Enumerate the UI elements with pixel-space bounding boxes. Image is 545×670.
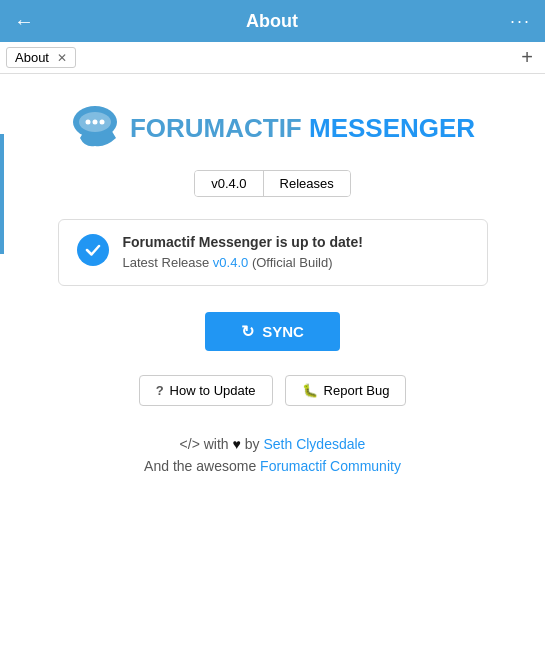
logo-forum: FORUM [130,113,225,143]
help-icon: ? [156,383,164,398]
action-buttons: ? How to Update 🐛 Report Bug [139,375,407,406]
svg-point-3 [92,120,97,125]
sync-label: SYNC [262,323,304,340]
back-button[interactable]: ← [14,10,34,33]
logo-actif: ACTIF [225,113,302,143]
footer-with: with [204,436,233,452]
add-tab-button[interactable]: + [515,46,539,69]
how-to-update-button[interactable]: ? How to Update [139,375,273,406]
logo-icon [70,104,120,152]
footer-by: by [245,436,264,452]
title-bar: ← About ··· [0,0,545,42]
logo-section: FORUMACTIF MESSENGER [70,104,475,152]
status-box: Forumactif Messenger is up to date! Late… [58,219,488,286]
report-bug-label: Report Bug [324,383,390,398]
svg-point-2 [85,120,90,125]
sync-icon: ↻ [241,322,254,341]
releases-button[interactable]: Releases [263,171,350,196]
sync-button[interactable]: ↻ SYNC [205,312,340,351]
heart-icon: ♥ [233,436,241,452]
code-icon: </> [180,436,200,452]
status-message: Forumactif Messenger is up to date! [123,234,363,250]
footer: </> with ♥ by Seth Clydesdale And the aw… [144,436,401,474]
status-text: Forumactif Messenger is up to date! Late… [123,234,363,271]
author-link[interactable]: Seth Clydesdale [263,436,365,452]
how-to-update-label: How to Update [170,383,256,398]
bug-icon: 🐛 [302,383,318,398]
community-link[interactable]: Forumactif Community [260,458,401,474]
footer-line1: </> with ♥ by Seth Clydesdale [144,436,401,452]
about-tab[interactable]: About ✕ [6,47,76,68]
svg-point-4 [99,120,104,125]
tab-close-button[interactable]: ✕ [57,51,67,65]
report-bug-button[interactable]: 🐛 Report Bug [285,375,407,406]
tab-bar: About ✕ + [0,42,545,74]
footer-line2: And the awesome Forumactif Community [144,458,401,474]
status-subtext: Latest Release v0.4.0 (Official Build) [123,255,333,270]
logo-messenger: MESSENGER [302,113,475,143]
version-bar: v0.4.0 Releases [194,170,351,197]
logo-text: FORUMACTIF MESSENGER [130,113,475,144]
tab-label: About [15,50,49,65]
status-check-icon [77,234,109,266]
version-button[interactable]: v0.4.0 [195,171,262,196]
main-content: FORUMACTIF MESSENGER v0.4.0 Releases For… [0,74,545,670]
version-link[interactable]: v0.4.0 [213,255,248,270]
more-options-button[interactable]: ··· [510,11,531,32]
page-title: About [246,11,298,32]
